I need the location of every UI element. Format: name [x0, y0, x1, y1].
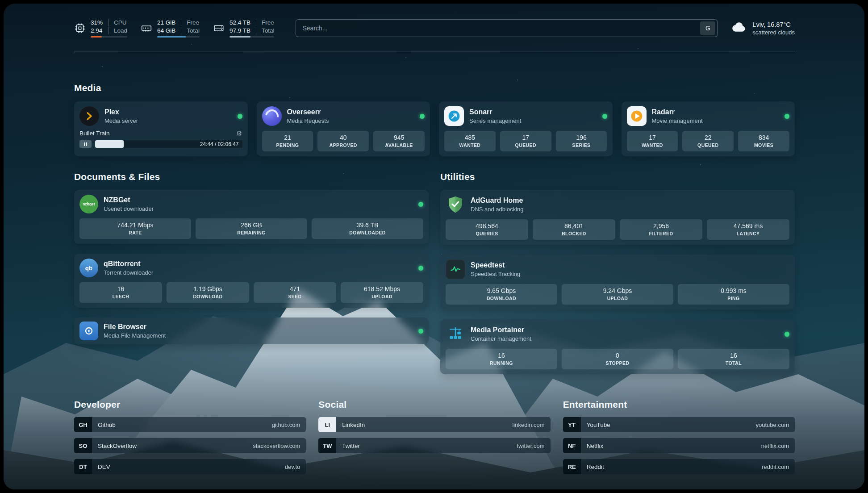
- entertainment-column: Entertainment YT YouTube youtube.com NF …: [563, 399, 795, 480]
- app-card-adguard[interactable]: AdGuard Home DNS and adblocking 498,564 …: [440, 190, 795, 245]
- playback-time: 24:44 / 02:06:47: [200, 141, 239, 147]
- bookmark-netflix[interactable]: NF Netflix netflix.com: [563, 438, 795, 453]
- bookmark-youtube[interactable]: YT YouTube youtube.com: [563, 417, 795, 432]
- bookmark-url: youtube.com: [756, 417, 795, 432]
- stat-queued: 17 QUEUED: [500, 131, 551, 151]
- player-row: 24:44 / 02:06:47: [79, 140, 242, 148]
- nzbget-stats: 744.21 Mbps RATE 266 GB REMAINING 39.6 T…: [79, 218, 423, 239]
- stat-available: 945 AVAILABLE: [373, 131, 425, 151]
- bookmark-url: netflix.com: [761, 438, 795, 453]
- search-input[interactable]: [296, 25, 700, 32]
- app-card-overseerr[interactable]: Overseerr Media Requests 21 PENDING 40 A…: [257, 101, 430, 156]
- portainer-icon: [446, 324, 465, 344]
- github-icon: GH: [74, 417, 92, 432]
- settings-gear-icon[interactable]: ⚙: [236, 130, 242, 137]
- overseerr-stats: 21 PENDING 40 APPROVED 945 AVAILABLE: [262, 131, 425, 151]
- overseerr-icon: [262, 106, 282, 126]
- dev-icon: DT: [74, 459, 92, 474]
- app-card-sonarr[interactable]: Sonarr Series management 485 WANTED 17 Q…: [439, 101, 613, 156]
- stat-leech: 16 LEECH: [79, 282, 162, 303]
- status-dot-online: [785, 114, 789, 119]
- bookmark-name: Twitter: [336, 438, 360, 453]
- app-card-portainer[interactable]: Media Portainer Container management 16 …: [440, 319, 795, 374]
- system-monitors: 31% CPU 2.94 Load: [74, 19, 274, 38]
- status-dot-online: [785, 332, 789, 337]
- speedtest-stats: 9.65 Gbps DOWNLOAD 9.24 Gbps UPLOAD 0.99…: [446, 284, 789, 305]
- app-desc-filebrowser: Media File Management: [104, 332, 166, 339]
- bookmark-linkedin[interactable]: LI LinkedIn linkedin.com: [318, 417, 550, 432]
- stat-latency: 47.569 ms LATENCY: [707, 219, 789, 240]
- bookmark-url: reddit.com: [762, 459, 795, 474]
- pause-button[interactable]: [79, 140, 92, 148]
- stat-queries: 498,564 QUERIES: [446, 219, 528, 240]
- bookmark-name: Reddit: [581, 459, 604, 474]
- status-dot-online: [418, 202, 423, 207]
- section-title-utilities: Utilities: [440, 171, 795, 182]
- qbittorrent-stats: 16 LEECH 1.19 Gbps DOWNLOAD 471 SEED 6: [79, 282, 423, 303]
- stat-wanted: 485 WANTED: [444, 131, 496, 151]
- app-card-filebrowser[interactable]: File Browser Media File Management: [74, 318, 429, 344]
- plex-icon: [79, 106, 99, 126]
- status-dot-online: [420, 114, 425, 119]
- cpu-monitor: 31% CPU 2.94 Load: [74, 19, 127, 38]
- sonarr-header: Sonarr Series management: [444, 106, 607, 126]
- section-title-media: Media: [74, 83, 795, 93]
- bookmark-github[interactable]: GH Github github.com: [74, 417, 306, 432]
- radarr-icon: [627, 106, 647, 126]
- app-card-speedtest[interactable]: Speedtest Speedtest Tracking 9.65 Gbps D…: [440, 255, 795, 309]
- stat-total: 16 TOTAL: [678, 349, 789, 369]
- nzbget-header: nzbget NZBGet Usenet downloader: [79, 195, 423, 213]
- bookmark-url: stackoverflow.com: [253, 438, 306, 453]
- ram-total-value: 64 GiB: [157, 27, 175, 34]
- filebrowser-header: File Browser Media File Management: [79, 322, 423, 340]
- twitter-icon: TW: [318, 438, 336, 453]
- cpu-load-label: Load: [108, 27, 127, 34]
- disk-monitor: 52.4 TB Free 97.9 TB Total: [213, 19, 275, 38]
- disk-free-value: 52.4 TB: [230, 19, 250, 26]
- app-desc-plex: Media server: [104, 117, 138, 124]
- snow-specks: [4, 4, 4, 4]
- adguard-stats: 498,564 QUERIES 86,401 BLOCKED 2,956 FIL…: [446, 219, 789, 240]
- dashboard-content: 31% CPU 2.94 Load: [4, 4, 864, 480]
- section-title-developer: Developer: [74, 399, 306, 410]
- nzbget-icon: nzbget: [79, 195, 98, 213]
- ram-free-value: 21 GiB: [157, 19, 175, 26]
- disk-total-value: 97.9 TB: [230, 27, 250, 34]
- app-desc-overseerr: Media Requests: [287, 117, 329, 124]
- bookmark-name: YouTube: [581, 417, 610, 432]
- portainer-stats: 16 RUNNING 0 STOPPED 16 TOTAL: [446, 349, 789, 369]
- ram-monitor: 21 GiB Free 64 GiB Total: [141, 19, 200, 38]
- app-card-qbittorrent[interactable]: qb qBittorrent Torrent downloader 16 LEE…: [74, 254, 429, 308]
- sonarr-icon: [444, 106, 464, 126]
- app-name-nzbget: NZBGet: [104, 196, 154, 204]
- bookmark-name: Netflix: [581, 438, 604, 453]
- utilities-column: Utilities: [440, 171, 795, 374]
- qbittorrent-header: qb qBittorrent Torrent downloader: [79, 259, 423, 277]
- stat-download: 9.65 Gbps DOWNLOAD: [446, 284, 557, 305]
- cpu-icon: [74, 22, 86, 34]
- weather-condition: scattered clouds: [752, 29, 795, 36]
- app-card-radarr[interactable]: Radarr Movie management 17 WANTED 22 QUE…: [622, 101, 795, 156]
- bookmark-reddit[interactable]: RE Reddit reddit.com: [563, 459, 795, 474]
- status-dot-online: [238, 114, 242, 119]
- app-desc-sonarr: Series management: [469, 117, 521, 124]
- app-desc-qbittorrent: Torrent downloader: [104, 269, 153, 276]
- bookmark-twitter[interactable]: TW Twitter twitter.com: [318, 438, 550, 453]
- social-column: Social LI LinkedIn linkedin.com TW Twitt…: [318, 399, 550, 480]
- bookmark-url: twitter.com: [517, 438, 551, 453]
- bookmark-stackoverflow[interactable]: SO StackOverflow stackoverflow.com: [74, 438, 306, 453]
- seek-bar[interactable]: 24:44 / 02:06:47: [95, 140, 242, 148]
- app-card-nzbget[interactable]: nzbget NZBGet Usenet downloader 744.21 M…: [74, 190, 429, 244]
- bookmark-dev[interactable]: DT DEV dev.to: [74, 459, 306, 474]
- ram-usage-bar: [157, 36, 200, 38]
- stat-seed: 471 SEED: [254, 282, 336, 303]
- app-card-plex[interactable]: Plex Media server Bullet Train ⚙ 24:44 /…: [74, 101, 248, 156]
- qbittorrent-icon: qb: [79, 259, 98, 277]
- search-engine-button[interactable]: G: [700, 21, 715, 35]
- bookmark-name: DEV: [92, 459, 110, 474]
- reddit-icon: RE: [563, 459, 581, 474]
- now-playing-row: Bullet Train ⚙: [79, 130, 242, 137]
- app-name-plex: Plex: [104, 108, 138, 116]
- search-bar[interactable]: G: [296, 19, 718, 37]
- weather-widget: Lviv, 16.87°C scattered clouds: [731, 19, 795, 37]
